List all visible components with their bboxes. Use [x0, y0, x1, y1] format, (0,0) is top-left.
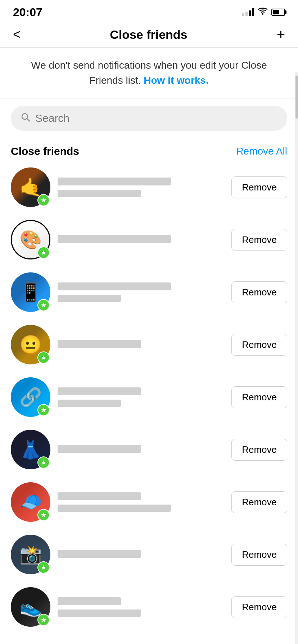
friend-name-blurred [58, 445, 141, 453]
friend-name-blurred [58, 492, 141, 500]
remove-friend-button[interactable]: Remove [231, 229, 287, 251]
list-item: 😐★Remove [4, 318, 294, 371]
avatar: 🎨★ [11, 220, 50, 259]
friend-name-blurred [58, 282, 171, 290]
remove-friend-button[interactable]: Remove [231, 544, 287, 566]
avatar: 👗★ [11, 430, 50, 469]
search-icon [21, 112, 30, 124]
list-item: 🎨★Remove [4, 213, 294, 266]
signal-icon [242, 8, 254, 16]
svg-line-2 [27, 119, 30, 121]
close-friend-badge-icon: ★ [37, 351, 50, 364]
section-title: Close friends [11, 145, 79, 157]
remove-friend-button[interactable]: Remove [231, 176, 287, 198]
friend-username-blurred [58, 190, 141, 197]
avatar: 🔗★ [11, 377, 50, 417]
add-button[interactable]: + [277, 27, 285, 42]
friend-name-blurred [58, 597, 121, 605]
list-item: 📸★Remove [4, 528, 294, 581]
friend-name-blurred [58, 235, 171, 243]
list-item: 🔗★Remove [4, 371, 294, 423]
remove-friend-button[interactable]: Remove [231, 334, 287, 356]
scrollbar[interactable] [295, 72, 298, 644]
remove-friend-button[interactable]: Remove [231, 281, 287, 303]
header: < Close friends + [0, 22, 298, 48]
status-icons [242, 7, 285, 17]
close-friend-badge-icon: ★ [37, 299, 50, 311]
status-bar: 20:07 [0, 0, 298, 22]
close-friend-badge-icon: ★ [37, 614, 50, 626]
close-friend-badge-icon: ★ [37, 561, 50, 574]
page-title: Close friends [110, 28, 187, 42]
list-item: 🤙★Remove [4, 161, 294, 213]
list-item: 👟★Remove [4, 581, 294, 633]
avatar: 🤙★ [11, 167, 50, 207]
close-friend-badge-icon: ★ [37, 509, 50, 521]
friends-list: 🤙★Remove🎨★Remove📱★Remove😐★Remove🔗★Remove… [0, 161, 298, 633]
remove-friend-button[interactable]: Remove [231, 491, 287, 513]
search-input[interactable] [35, 112, 277, 124]
status-time: 20:07 [13, 6, 42, 19]
search-box[interactable] [11, 106, 287, 131]
scroll-thumb[interactable] [295, 75, 298, 119]
remove-all-button[interactable]: Remove All [236, 146, 287, 157]
how-it-works-link[interactable]: How it works. [144, 75, 208, 86]
friend-username-blurred [58, 505, 171, 512]
avatar: 👟★ [11, 587, 50, 627]
avatar: 📱★ [11, 272, 50, 312]
friend-name-blurred [58, 340, 141, 348]
search-container [0, 98, 298, 138]
close-friend-badge-icon: ★ [37, 247, 50, 259]
friend-username-blurred [58, 400, 121, 407]
remove-friend-button[interactable]: Remove [231, 439, 287, 461]
list-item: 🧢★Remove [4, 476, 294, 528]
list-item: 📱★Remove [4, 266, 294, 318]
info-banner: We don't send notifications when you edi… [0, 48, 298, 98]
wifi-icon [258, 7, 268, 17]
back-button[interactable]: < [13, 28, 21, 41]
section-header: Close friends Remove All [0, 138, 298, 161]
avatar: 🧢★ [11, 482, 50, 522]
info-text: We don't send notifications when you edi… [31, 60, 267, 86]
friend-username-blurred [58, 610, 141, 617]
list-item: 👗★Remove [4, 423, 294, 476]
friend-username-blurred [58, 295, 121, 302]
battery-icon [271, 9, 285, 16]
remove-friend-button[interactable]: Remove [231, 386, 287, 408]
avatar: 📸★ [11, 535, 50, 574]
friend-name-blurred [58, 387, 141, 395]
remove-friend-button[interactable]: Remove [231, 596, 287, 618]
close-friend-badge-icon: ★ [37, 194, 50, 206]
svg-point-0 [262, 13, 263, 15]
close-friend-badge-icon: ★ [37, 404, 50, 416]
avatar: 😐★ [11, 325, 50, 364]
close-friend-badge-icon: ★ [37, 456, 50, 469]
friend-name-blurred [58, 178, 171, 185]
friend-name-blurred [58, 550, 141, 558]
